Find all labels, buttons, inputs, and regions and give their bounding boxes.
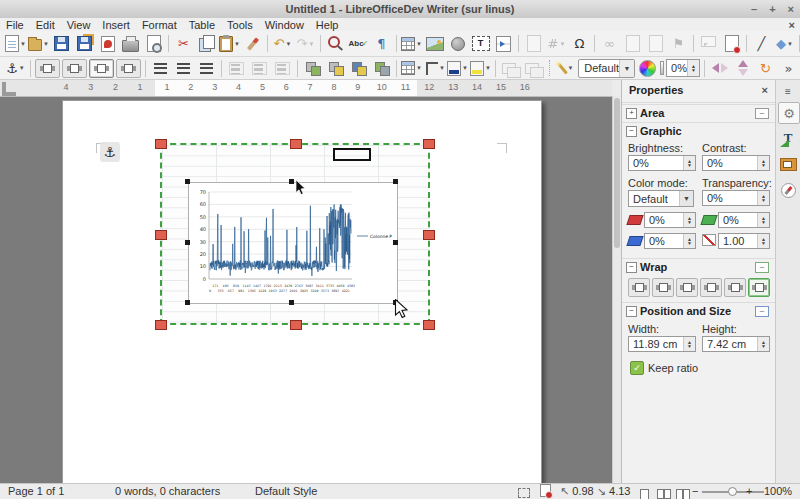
export-pdf[interactable] xyxy=(96,33,119,54)
wrap-more-options-icon[interactable]: – xyxy=(755,262,769,273)
wrap-through[interactable] xyxy=(116,59,141,78)
embedded-chart[interactable]: 0102030405060701714958191143146717912115… xyxy=(188,182,398,304)
menu-table[interactable]: Table xyxy=(183,19,221,31)
zoom-slider[interactable] xyxy=(702,491,764,493)
center-vertical[interactable] xyxy=(248,58,271,79)
insert-page-number[interactable]: #▼ xyxy=(545,33,568,54)
undo[interactable]: ↶▼ xyxy=(271,33,294,54)
insert-table[interactable]: ▼ xyxy=(400,33,423,54)
align-bottom[interactable] xyxy=(271,58,294,79)
insert-text-box[interactable]: T xyxy=(469,33,492,54)
menu-help[interactable]: Help xyxy=(310,19,345,31)
selection-handle-red[interactable] xyxy=(155,230,167,240)
selection-handle-red[interactable] xyxy=(423,320,435,330)
spinner-arrows[interactable]: ▲▼ xyxy=(757,213,769,227)
print-preview[interactable] xyxy=(142,33,165,54)
image-filter-dropdown[interactable]: ▼ xyxy=(568,65,574,71)
insert-table-dropdown[interactable]: ▼ xyxy=(416,41,422,47)
document-modified-icon[interactable] xyxy=(540,484,551,499)
align-right[interactable] xyxy=(195,58,218,79)
paste[interactable]: ▼ xyxy=(218,33,241,54)
redo[interactable]: ↷▼ xyxy=(294,33,317,54)
transparency-toolbar[interactable]: 0%▲▼ xyxy=(659,58,701,79)
link-frames[interactable] xyxy=(499,58,522,79)
transparency-field[interactable]: 0% ▲▼ xyxy=(702,190,770,206)
horizontal-ruler[interactable]: 432112345678910111213141516 xyxy=(0,80,612,97)
color-picker[interactable] xyxy=(636,58,659,79)
area-section-header[interactable]: + Area – xyxy=(622,104,775,123)
center-horizontal[interactable] xyxy=(172,58,195,79)
menu-insert[interactable]: Insert xyxy=(96,19,136,31)
flip-horizontally[interactable] xyxy=(708,58,731,79)
selection-handle-black[interactable] xyxy=(185,240,190,245)
spinner-arrows[interactable]: ▲▼ xyxy=(757,191,769,205)
width-field[interactable]: 11.89 cm ▲▼ xyxy=(628,336,696,352)
spinner-arrows[interactable]: ▲▼ xyxy=(757,337,769,351)
save[interactable] xyxy=(50,33,73,54)
position-size-section-header[interactable]: − Position and Size – xyxy=(622,302,775,321)
insert-chart[interactable] xyxy=(446,33,469,54)
insert-page-number-dropdown[interactable]: ▼ xyxy=(559,41,565,47)
paste-dropdown[interactable]: ▼ xyxy=(234,41,240,47)
selection-handle-black[interactable] xyxy=(289,300,294,305)
borders[interactable]: ▼ xyxy=(400,58,423,79)
chevron-down-icon[interactable]: ▼ xyxy=(679,191,693,206)
insert-hyperlink[interactable]: ∞ xyxy=(598,33,621,54)
wrap-left-button[interactable] xyxy=(652,278,674,297)
menu-edit[interactable]: Edit xyxy=(30,19,61,31)
minimize-button[interactable]: – xyxy=(751,3,757,15)
border-color-dropdown[interactable]: ▼ xyxy=(462,65,468,71)
anchor-dropdown[interactable]: ▼ xyxy=(19,65,25,71)
maximize-button[interactable]: + xyxy=(769,3,775,15)
bring-to-front[interactable] xyxy=(301,58,324,79)
selection-handle-black[interactable] xyxy=(289,179,294,184)
undo-dropdown[interactable]: ▼ xyxy=(285,41,291,47)
insert-field[interactable] xyxy=(522,33,545,54)
border-style-dropdown[interactable]: ▼ xyxy=(439,65,445,71)
forward-one[interactable] xyxy=(324,58,347,79)
properties-tab[interactable]: ⚙ xyxy=(778,102,800,124)
close-button[interactable]: × xyxy=(788,3,794,15)
selection-handle-red[interactable] xyxy=(155,320,167,330)
border-color[interactable]: ▼ xyxy=(446,58,469,79)
anchor[interactable]: ⚓▼ xyxy=(4,58,27,79)
rotate[interactable]: ↻ xyxy=(754,58,777,79)
new-document[interactable]: ▼ xyxy=(4,33,27,54)
scrollbar-thumb[interactable] xyxy=(614,98,620,248)
menu-window[interactable]: Window xyxy=(259,19,310,31)
possize-more-options-icon[interactable]: – xyxy=(755,306,769,317)
page-count[interactable]: Page 1 of 1 xyxy=(8,485,64,497)
formatting-marks[interactable]: ¶ xyxy=(370,33,393,54)
graphics-mode[interactable]: Default▼ xyxy=(577,58,636,79)
insert-image[interactable] xyxy=(423,33,446,54)
spelling[interactable]: Abc✓ xyxy=(347,33,370,54)
contrast-field[interactable]: 0% ▲▼ xyxy=(702,155,770,171)
blue-field[interactable]: 0% ▲▼ xyxy=(644,233,696,249)
spinner-arrows[interactable]: ▲▼ xyxy=(683,156,695,170)
unlink-frames[interactable] xyxy=(522,58,545,79)
document-canvas[interactable]: ⚓ 01020304050607017149581911431467179121… xyxy=(0,96,612,483)
menu-format[interactable]: Format xyxy=(136,19,183,31)
flip-vertically[interactable] xyxy=(731,58,754,79)
zoom-out-button[interactable]: − xyxy=(692,485,698,497)
image-filter[interactable]: ▼ xyxy=(554,58,577,79)
zoom-in-button[interactable]: + xyxy=(746,485,752,497)
keep-ratio-checkbox[interactable]: ✓ xyxy=(630,361,644,375)
align-left[interactable] xyxy=(149,58,172,79)
insert-endnote[interactable] xyxy=(644,33,667,54)
embedded-spreadsheet-object[interactable]: 0102030405060701714958191143146717912115… xyxy=(160,143,430,325)
view-layout-multi[interactable] xyxy=(655,487,666,499)
height-field[interactable]: 7.42 cm ▲▼ xyxy=(702,336,770,352)
wrap-right-button[interactable] xyxy=(676,278,698,297)
sidebar-close-icon[interactable]: × xyxy=(762,84,768,96)
menu-view[interactable]: View xyxy=(61,19,97,31)
green-field[interactable]: 0% ▲▼ xyxy=(718,212,770,228)
selection-handle-black[interactable] xyxy=(393,300,398,305)
new-document-dropdown[interactable]: ▼ xyxy=(20,41,26,47)
align-top[interactable] xyxy=(225,58,248,79)
wrap-optimal-button[interactable] xyxy=(748,278,770,297)
color-mode-dropdown[interactable]: Default ▼ xyxy=(628,190,694,207)
border-style[interactable]: ▼ xyxy=(423,58,446,79)
wrap-parallel-button[interactable] xyxy=(700,278,722,297)
copy[interactable] xyxy=(195,33,218,54)
